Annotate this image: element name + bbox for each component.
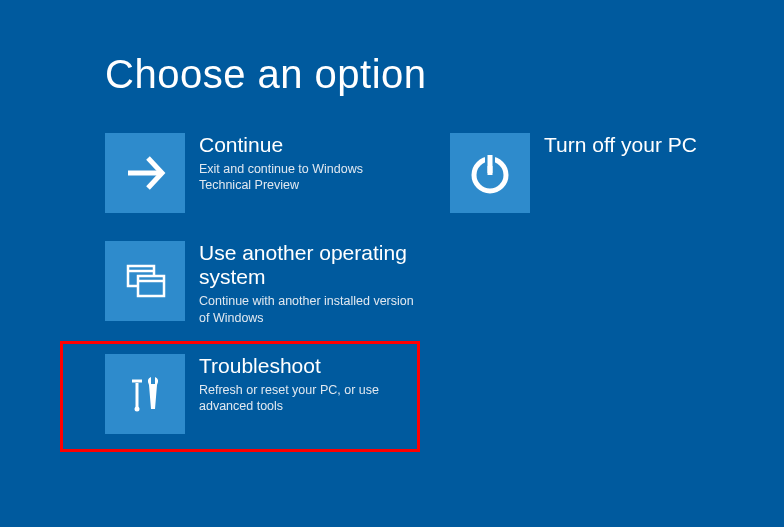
- option-poweroff-text: Turn off your PC: [544, 133, 710, 161]
- arrow-right-icon: [105, 133, 185, 213]
- option-troubleshoot-text: Troubleshoot Refresh or reset your PC, o…: [199, 354, 408, 415]
- left-column: Continue Exit and continue to Windows Te…: [105, 133, 420, 452]
- option-another-os-desc: Continue with another installed version …: [199, 293, 415, 326]
- right-column: Turn off your PC: [450, 133, 710, 452]
- power-icon: [450, 133, 530, 213]
- option-poweroff-title: Turn off your PC: [544, 133, 710, 157]
- option-another-os-text: Use another operating system Continue wi…: [199, 241, 415, 326]
- page-title: Choose an option: [105, 52, 784, 97]
- windows-icon: [105, 241, 185, 321]
- option-poweroff[interactable]: Turn off your PC: [450, 133, 710, 213]
- svg-rect-3: [138, 276, 164, 296]
- option-continue-text: Continue Exit and continue to Windows Te…: [199, 133, 415, 194]
- svg-point-7: [135, 406, 140, 411]
- option-continue-title: Continue: [199, 133, 415, 157]
- option-troubleshoot[interactable]: Troubleshoot Refresh or reset your PC, o…: [60, 341, 420, 452]
- option-continue-desc: Exit and continue to Windows Technical P…: [199, 161, 415, 194]
- option-another-os[interactable]: Use another operating system Continue wi…: [105, 241, 415, 326]
- option-continue[interactable]: Continue Exit and continue to Windows Te…: [105, 133, 415, 213]
- option-troubleshoot-title: Troubleshoot: [199, 354, 408, 378]
- option-troubleshoot-desc: Refresh or reset your PC, or use advance…: [199, 382, 408, 415]
- option-another-os-title: Use another operating system: [199, 241, 415, 289]
- options-grid: Continue Exit and continue to Windows Te…: [105, 133, 784, 452]
- tools-icon: [105, 354, 185, 434]
